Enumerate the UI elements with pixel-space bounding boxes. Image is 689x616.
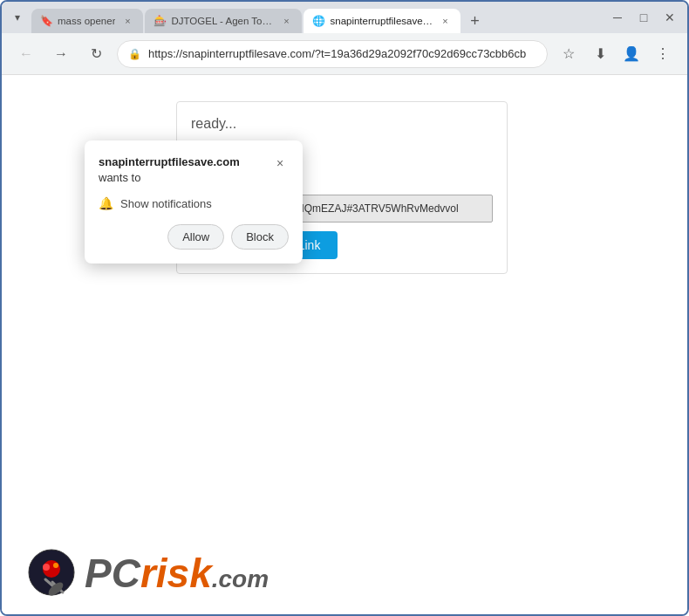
forward-button[interactable]: → [47,40,75,68]
minimize-button[interactable]: ─ [607,7,628,28]
tab3-close[interactable]: × [438,14,452,28]
address-bar[interactable]: 🔒 https://snapinterruptfilesave.com/?t=1… [117,40,548,68]
tab1-close[interactable]: × [120,14,134,28]
address-text: https://snapinterruptfilesave.com/?t=19a… [148,47,536,60]
browser-window: ▾ 🔖 mass opener × 🎰 DJTOGEL - Agen Togel… [0,0,689,616]
window-controls: ─ □ ✕ [607,7,680,28]
popup-header: snapinterruptfilesave.com wants to × [99,154,289,186]
menu-button[interactable]: ⋮ [649,40,677,68]
tab1-favicon: 🔖 [40,15,52,27]
tab-djtogel[interactable]: 🎰 DJTOGEL - Agen Togel Online... × [145,9,302,33]
permission-popup: snapinterruptfilesave.com wants to × 🔔 S… [85,140,303,264]
svg-point-3 [53,563,58,568]
risk-text: risk [140,551,212,596]
lock-icon: 🔒 [128,48,141,60]
title-bar: ▾ 🔖 mass opener × 🎰 DJTOGEL - Agen Togel… [2,2,687,33]
svg-point-2 [43,564,50,571]
tab-scroll-left[interactable]: ▾ [9,2,26,33]
profile-button[interactable]: 👤 [617,40,645,68]
block-button[interactable]: Block [231,224,289,250]
tab2-label: DJTOGEL - Agen Togel Online... [171,16,274,26]
popup-close-button[interactable]: × [271,154,289,172]
pc-text: PC [85,551,140,596]
tab3-label: snapinterruptfilesave.com/?t-... [330,16,433,26]
com-text: .com [212,565,269,592]
back-button[interactable]: ← [12,40,40,68]
maximize-button[interactable]: □ [633,7,654,28]
pcrisk-logo: PCrisk.com [28,549,269,597]
bookmark-button[interactable]: ☆ [555,40,583,68]
tab2-close[interactable]: × [279,14,293,28]
close-window-button[interactable]: ✕ [659,7,680,28]
navigation-bar: ← → ↻ 🔒 https://snapinterruptfilesave.co… [2,33,687,75]
tab-mass-opener[interactable]: 🔖 mass opener × [31,9,143,33]
allow-button[interactable]: Allow [167,224,224,250]
tab1-label: mass opener [58,16,115,26]
tab-bar: 🔖 mass opener × 🎰 DJTOGEL - Agen Togel O… [31,2,602,33]
tab3-favicon: 🌐 [312,15,324,27]
popup-domain: snapinterruptfilesave.com [99,155,240,168]
content-ready-text: ready... [191,116,493,132]
download-button[interactable]: ⬇ [586,40,614,68]
pcrisk-icon [28,549,76,597]
bell-icon: 🔔 [99,196,113,210]
new-tab-button[interactable]: + [462,9,487,33]
refresh-button[interactable]: ↻ [82,40,110,68]
pcrisk-text: PCrisk.com [85,550,269,597]
nav-right-icons: ☆ ⬇ 👤 ⋮ [555,40,677,68]
permission-label: Show notifications [120,197,212,210]
popup-title: snapinterruptfilesave.com wants to [99,154,271,186]
tab2-favicon: 🎰 [153,15,166,27]
permission-item: 🔔 Show notifications [99,196,289,210]
popup-buttons: Allow Block [99,224,289,250]
tab-snapinterrupt[interactable]: 🌐 snapinterruptfilesave.com/?t-... × [304,9,460,33]
page-content: snapinterruptfilesave.com wants to × 🔔 S… [2,75,687,614]
popup-wants-to: wants to [99,171,140,184]
